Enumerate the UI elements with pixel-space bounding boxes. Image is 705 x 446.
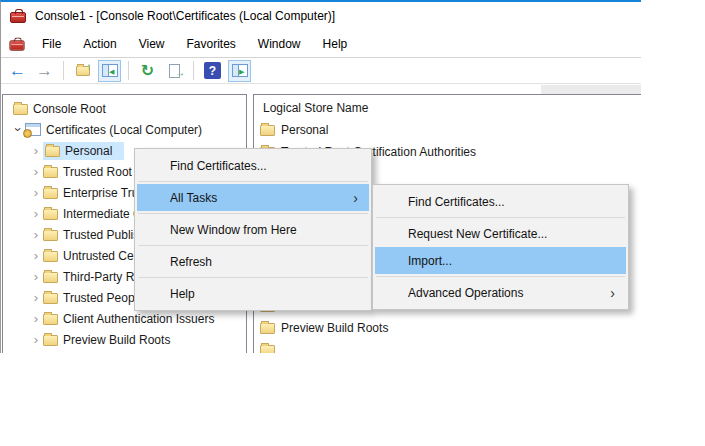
menu-item-label: Find Certificates... xyxy=(170,159,267,173)
tree-item-label: Certificates (Local Computer) xyxy=(46,123,202,137)
folder-icon xyxy=(43,209,58,220)
menu-item-label: All Tasks xyxy=(170,191,217,205)
context-menu-find-certificates[interactable]: Find Certificates... xyxy=(137,152,369,179)
up-one-level-button[interactable]: ↑ xyxy=(71,60,94,82)
chevron-right-icon[interactable]: › xyxy=(29,270,43,283)
console-tree-toggle-button[interactable]: ◀ xyxy=(98,60,121,82)
folder-icon xyxy=(260,323,275,334)
menu-action[interactable]: Action xyxy=(72,32,127,56)
list-item-label: Personal xyxy=(281,123,328,137)
folder-icon xyxy=(43,335,58,346)
tree-item-label: Personal xyxy=(65,144,112,158)
tree-item-label: Client Authentication Issuers xyxy=(63,312,214,326)
certificates-snapin-icon xyxy=(25,123,41,136)
chevron-right-icon[interactable]: › xyxy=(29,228,43,241)
refresh-button[interactable]: ↻ xyxy=(136,60,159,82)
forward-button[interactable]: → xyxy=(33,60,56,82)
tree-item-label: Console Root xyxy=(33,102,106,116)
menu-bar: File Action View Favorites Window Help xyxy=(1,30,641,58)
tree-item-label: Trusted People xyxy=(63,291,144,305)
folder-icon xyxy=(43,314,58,325)
menu-item-label: Refresh xyxy=(170,255,212,269)
context-menu-refresh[interactable]: Refresh xyxy=(137,248,369,275)
mmc-toolbox-icon xyxy=(10,12,26,23)
tree-item-label: Preview Build Roots xyxy=(63,333,170,347)
context-menu-new-window[interactable]: New Window from Here xyxy=(137,216,369,243)
chevron-right-icon[interactable]: › xyxy=(29,291,43,304)
selected-item-highlight: Personal xyxy=(43,142,124,160)
tree-item-preview-build-roots[interactable]: › Preview Build Roots xyxy=(3,329,246,350)
menu-window[interactable]: Window xyxy=(247,32,312,56)
menu-item-label: Help xyxy=(170,287,195,301)
context-menu-all-tasks[interactable]: All Tasks › xyxy=(137,184,369,211)
folder-icon xyxy=(13,104,28,115)
folder-icon xyxy=(43,251,58,262)
help-icon: ? xyxy=(204,62,221,79)
folder-icon xyxy=(260,345,275,353)
chevron-right-icon[interactable]: › xyxy=(29,186,43,199)
folder-icon xyxy=(43,293,58,304)
folder-icon xyxy=(43,167,58,178)
chevron-right-icon[interactable]: › xyxy=(29,312,43,325)
menu-separator xyxy=(138,277,368,278)
tree-item-client-auth-issuers[interactable]: › Client Authentication Issuers xyxy=(3,308,246,329)
toolbar: ← → ↑ ◀ ↻ → ? ▶ xyxy=(1,58,641,84)
submenu-arrow-icon: › xyxy=(353,190,358,206)
folder-icon xyxy=(43,272,58,283)
folder-icon xyxy=(43,230,58,241)
toolbar-separator xyxy=(63,61,64,80)
menu-favorites[interactable]: Favorites xyxy=(176,32,247,56)
chevron-right-icon[interactable]: › xyxy=(29,249,43,262)
back-icon: ← xyxy=(9,62,26,79)
chevron-right-icon[interactable]: › xyxy=(29,333,43,346)
menu-separator xyxy=(138,181,368,182)
tree-item-certificates[interactable]: › Certificates (Local Computer) xyxy=(3,119,246,140)
toolbar-separator xyxy=(128,61,129,80)
menu-separator xyxy=(138,213,368,214)
console-tree-toggle-icon: ◀ xyxy=(102,64,118,77)
tree-item-console-root[interactable]: › Console Root xyxy=(3,98,246,119)
menu-item-label: Request New Certificate... xyxy=(408,227,547,241)
menu-item-label: New Window from Here xyxy=(170,223,297,237)
list-item[interactable]: Preview Build Roots xyxy=(254,317,641,339)
help-button[interactable]: ? xyxy=(201,60,224,82)
screenshot-canvas: Console1 - [Console Root\Certificates (L… xyxy=(0,0,705,446)
list-item[interactable]: Personal xyxy=(254,119,641,141)
title-bar: Console1 - [Console Root\Certificates (L… xyxy=(1,2,641,30)
submenu-advanced-operations[interactable]: Advanced Operations › xyxy=(375,279,626,306)
mmc-window: Console1 - [Console Root\Certificates (L… xyxy=(0,0,641,353)
back-button[interactable]: ← xyxy=(6,60,29,82)
refresh-icon: ↻ xyxy=(141,63,154,79)
menu-file[interactable]: File xyxy=(31,32,72,56)
menu-help[interactable]: Help xyxy=(312,32,359,56)
list-item-partial[interactable] xyxy=(254,339,641,353)
chevron-right-icon[interactable]: › xyxy=(29,207,43,220)
folder-icon xyxy=(43,188,58,199)
all-tasks-submenu: Find Certificates... Request New Certifi… xyxy=(372,184,629,310)
context-menu-help[interactable]: Help xyxy=(137,280,369,307)
menu-view[interactable]: View xyxy=(128,32,176,56)
export-list-button[interactable]: → xyxy=(163,60,186,82)
action-pane-toggle-button[interactable]: ▶ xyxy=(228,60,251,82)
menu-item-label: Import... xyxy=(408,254,452,268)
submenu-find-certificates[interactable]: Find Certificates... xyxy=(375,188,626,215)
folder-icon xyxy=(260,125,275,136)
menu-item-label: Find Certificates... xyxy=(408,195,505,209)
mmc-toolbox-icon-small xyxy=(9,40,24,50)
list-item-label: Preview Build Roots xyxy=(281,321,388,335)
folder-icon xyxy=(45,146,60,157)
menu-item-label: Advanced Operations xyxy=(408,286,523,300)
chevron-right-icon[interactable]: › xyxy=(29,165,43,178)
toolbar-separator xyxy=(193,61,194,80)
chevron-right-icon[interactable]: › xyxy=(29,144,43,157)
menu-separator xyxy=(376,217,625,218)
window-title: Console1 - [Console Root\Certificates (L… xyxy=(35,9,335,23)
export-list-icon: → xyxy=(169,64,180,78)
menu-separator xyxy=(138,245,368,246)
submenu-request-new-certificate[interactable]: Request New Certificate... xyxy=(375,220,626,247)
submenu-import[interactable]: Import... xyxy=(375,247,626,274)
up-one-level-icon: ↑ xyxy=(76,66,90,76)
column-header-logical-store-name[interactable]: Logical Store Name xyxy=(254,97,641,119)
forward-icon: → xyxy=(36,62,53,79)
action-pane-toggle-icon: ▶ xyxy=(232,64,248,77)
